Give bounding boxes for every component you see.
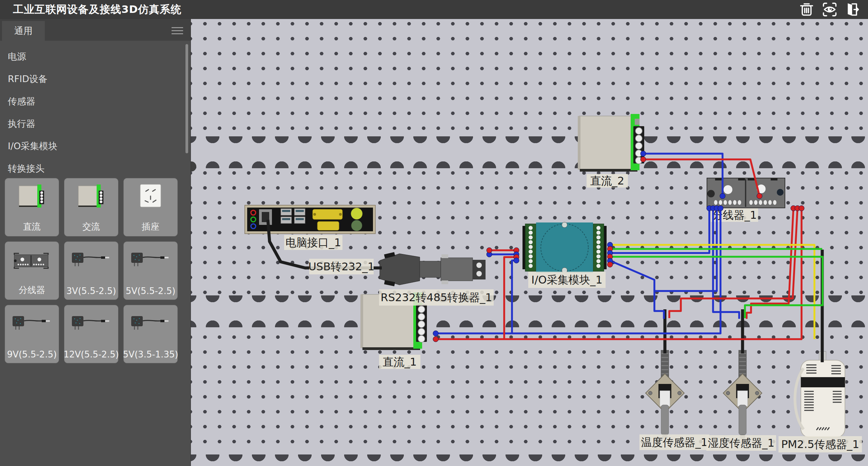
scrollbar[interactable] (185, 44, 188, 153)
palette-item-socket-2[interactable]: 插座 (123, 178, 178, 236)
sidebar-category-3[interactable]: 执行器 (0, 113, 180, 135)
palette-item-label: 插座 (142, 221, 159, 233)
adapter-thumbnail-icon (64, 310, 118, 338)
svg-text:I/O采集模块_1: I/O采集模块_1 (531, 273, 603, 286)
scene-3d: 直流_2 分线器_1 电脑接口_1 USB转232_1 RS232转485转换器… (191, 19, 868, 466)
topbar: 工业互联网设备及接线3D仿真系统 (0, 0, 868, 19)
palette-item-label: 9V(5.5-2.5) (7, 349, 57, 360)
palette-item-label: 5V(5.5-2.5) (126, 286, 176, 296)
label-hum1: 湿度传感器_1 (706, 435, 776, 451)
exit-icon (845, 2, 861, 17)
wire-terminal-dot[interactable] (607, 262, 613, 267)
ac-thumbnail-icon (64, 183, 118, 212)
sidebar-category-2[interactable]: 传感器 (0, 90, 180, 113)
palette-item-adapter-7[interactable]: 12V(5.5-2.5) (64, 305, 118, 363)
palette-item-splitter-3[interactable]: 分线器 (5, 241, 59, 300)
dc-thumbnail-icon (5, 183, 59, 212)
canvas[interactable]: 直流_2 分线器_1 电脑接口_1 USB转232_1 RS232转485转换器… (191, 19, 868, 466)
label-usb1: USB转232_1 (308, 259, 374, 274)
socket-thumbnail-icon (124, 183, 177, 212)
wire-terminal-dot[interactable] (720, 193, 725, 199)
exit-button[interactable] (844, 1, 862, 18)
svg-text:RS232转485转换器_1: RS232转485转换器_1 (380, 291, 492, 304)
sidebar-category-4[interactable]: I/O采集模块 (0, 135, 180, 157)
label-pc1: 电脑接口_1 (284, 235, 342, 250)
device-pm25_1[interactable] (795, 351, 845, 438)
menu-icon[interactable] (172, 25, 183, 34)
svg-text:温度传感器_1: 温度传感器_1 (641, 436, 708, 449)
category-menu: 电源RFID设备传感器执行器I/O采集模块转换接头 (0, 45, 180, 180)
tab-general[interactable]: 通用 (2, 21, 45, 41)
sidebar-category-5[interactable]: 转换接头 (0, 157, 180, 180)
palette-item-label: 交流 (82, 221, 100, 233)
app-title: 工业互联网设备及接线3D仿真系统 (13, 2, 181, 17)
palette-item-label: 12V(5.5-2.5) (63, 349, 119, 360)
wire-terminal-dot[interactable] (640, 151, 646, 156)
trash-icon (799, 2, 814, 17)
device-pc1[interactable] (245, 205, 375, 234)
palette-item-label: 3V(5.5-2.5) (66, 286, 116, 296)
adapter-thumbnail-icon (124, 310, 177, 338)
wire-terminal-dot[interactable] (487, 248, 492, 253)
palette-item-adapter-8[interactable]: 5V(3.5-1.35) (123, 305, 178, 363)
wire-split-hum-pos[interactable] (747, 208, 793, 319)
palette-item-adapter-6[interactable]: 9V(5.5-2.5) (5, 305, 59, 363)
svg-text:USB转232_1: USB转232_1 (308, 260, 374, 273)
palette-item-ac-1[interactable]: 交流 (64, 178, 118, 236)
label-pm25_1: PM2.5传感器_1 (778, 436, 862, 452)
svg-text:直流_1: 直流_1 (383, 355, 417, 368)
adapter-thumbnail-icon (5, 310, 59, 338)
label-dc1: 直流_1 (379, 355, 420, 369)
view-button[interactable] (821, 1, 839, 18)
svg-text:PM2.5传感器_1: PM2.5传感器_1 (781, 438, 859, 451)
device-dc2[interactable] (578, 114, 644, 172)
wire-split-temp-neg[interactable] (654, 208, 717, 319)
label-dc2: 直流_2 (587, 174, 628, 188)
svg-text:分线器_1: 分线器_1 (712, 209, 757, 221)
sidebar: 通用 电源RFID设备传感器执行器I/O采集模块转换接头 直流 交流 插座 分线… (0, 19, 191, 466)
palette-item-label: 直流 (23, 221, 41, 233)
wire-terminal-dot[interactable] (433, 331, 438, 336)
wire-terminal-dot[interactable] (514, 258, 519, 263)
delete-button[interactable] (797, 1, 816, 18)
tab-strip: 通用 (0, 19, 191, 41)
sidebar-category-0[interactable]: 电源 (0, 45, 180, 68)
palette-item-label: 5V(3.5-1.35) (123, 349, 178, 360)
svg-text:湿度传感器_1: 湿度传感器_1 (708, 436, 774, 449)
adapter-thumbnail-icon (124, 247, 177, 275)
splitter-thumbnail-icon (5, 247, 59, 275)
wire-dc1-io-pos[interactable] (504, 257, 517, 339)
device-io1[interactable] (522, 222, 607, 273)
palette-item-dc-0[interactable]: 直流 (5, 178, 59, 236)
adapter-thumbnail-icon (64, 247, 118, 275)
device-hum1[interactable] (723, 350, 762, 439)
wire-split-temp-pos[interactable] (669, 208, 797, 318)
label-io1: I/O采集模块_1 (528, 272, 606, 288)
component-palette: 直流 交流 插座 分线器 3V(5.5-2.5) 5V(5.5-2.5) (5, 178, 186, 363)
svg-text:电脑接口_1: 电脑接口_1 (285, 236, 341, 249)
label-rs485: RS232转485转换器_1 (379, 289, 494, 306)
eye-focus-icon (822, 2, 837, 17)
label-temp1: 温度传感器_1 (639, 434, 709, 450)
device-usb1[interactable] (380, 254, 486, 285)
wire-terminal-dot[interactable] (433, 336, 438, 342)
wire-split-io-neg[interactable] (610, 208, 709, 253)
svg-text:直流_2: 直流_2 (590, 174, 624, 187)
wire-terminal-dot[interactable] (757, 193, 762, 199)
sidebar-category-1[interactable]: RFID设备 (0, 68, 180, 90)
palette-item-label: 分线器 (19, 284, 45, 296)
wire-terminal-dot[interactable] (640, 157, 646, 162)
wire-io-right-neg[interactable] (610, 261, 654, 291)
device-temp1[interactable] (646, 350, 684, 439)
wire-terminal-dot[interactable] (799, 206, 804, 211)
wire-split-dc1-pos[interactable] (436, 208, 802, 339)
device-splitter1[interactable] (707, 178, 785, 208)
toolbar (797, 1, 862, 18)
palette-item-adapter-5[interactable]: 5V(5.5-2.5) (123, 241, 178, 300)
wire-terminal-dot[interactable] (718, 206, 723, 211)
wire-dc1-io-neg[interactable] (512, 260, 517, 333)
palette-item-adapter-4[interactable]: 3V(5.5-2.5) (64, 241, 118, 300)
